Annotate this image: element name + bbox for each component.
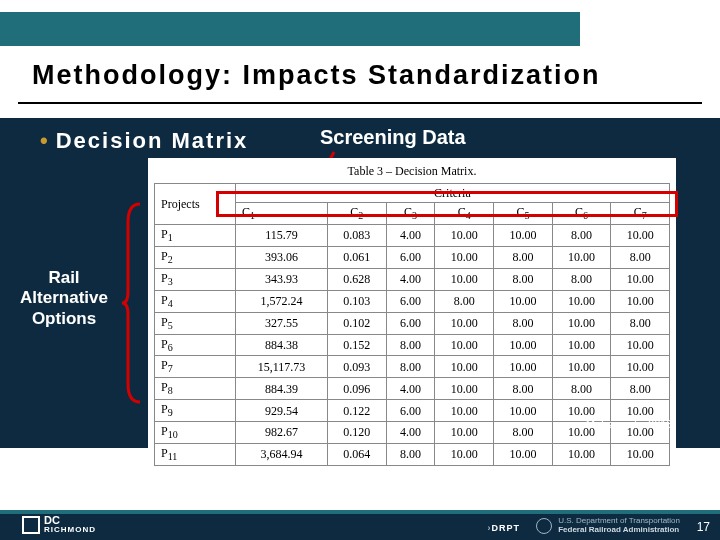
value-cell: 0.096: [328, 378, 387, 400]
col-header: C4: [435, 203, 494, 225]
col-header: C2: [328, 203, 387, 225]
project-cell: P6: [155, 334, 236, 356]
projects-header: Projects: [155, 184, 236, 225]
table-row: P6884.380.1528.0010.0010.0010.0010.00: [155, 334, 670, 356]
col-header: C1: [235, 203, 327, 225]
value-cell: 1,572.24: [235, 290, 327, 312]
value-cell: 10.00: [494, 356, 553, 378]
value-cell: 10.00: [552, 312, 611, 334]
value-cell: 8.00: [494, 268, 553, 290]
table-row: P5327.550.1026.0010.008.0010.008.00: [155, 312, 670, 334]
value-cell: 10.00: [552, 443, 611, 465]
value-cell: 10.00: [435, 246, 494, 268]
value-cell: 884.38: [235, 334, 327, 356]
value-cell: 10.00: [552, 290, 611, 312]
rail-alternative-options-label: Rail Alternative Options: [14, 268, 114, 329]
value-cell: 3,684.94: [235, 443, 327, 465]
value-cell: 10.00: [494, 225, 553, 247]
value-cell: 8.00: [435, 290, 494, 312]
value-cell: 6.00: [386, 246, 435, 268]
value-cell: 0.083: [328, 225, 387, 247]
value-cell: 8.00: [386, 356, 435, 378]
col-header: C7: [611, 203, 670, 225]
body-panel: •Decision Matrix Screening Data Rail Alt…: [0, 118, 720, 448]
value-cell: 8.00: [494, 378, 553, 400]
project-cell: P11: [155, 443, 236, 465]
footer: DC RICHMOND ›DRPT U.S. Department of Tra…: [0, 480, 720, 540]
value-cell: 8.00: [611, 378, 670, 400]
rail-line1: Rail: [14, 268, 114, 288]
value-cell: 8.00: [386, 443, 435, 465]
project-cell: P2: [155, 246, 236, 268]
table-row: P1115.790.0834.0010.0010.008.0010.00: [155, 225, 670, 247]
title-underline: [18, 102, 702, 104]
table-row: P3343.930.6284.0010.008.008.0010.00: [155, 268, 670, 290]
value-cell: 327.55: [235, 312, 327, 334]
project-cell: P1: [155, 225, 236, 247]
value-cell: 10.00: [611, 290, 670, 312]
value-cell: 0.628: [328, 268, 387, 290]
value-cell: 8.00: [494, 422, 553, 444]
value-cell: 8.00: [386, 334, 435, 356]
project-cell: P5: [155, 312, 236, 334]
value-cell: 6.00: [386, 400, 435, 422]
bullet-decision-matrix: •Decision Matrix: [40, 128, 248, 154]
value-cell: 0.061: [328, 246, 387, 268]
value-cell: 10.00: [494, 443, 553, 465]
value-cell: 8.00: [552, 378, 611, 400]
value-cell: 115.79: [235, 225, 327, 247]
value-cell: 10.00: [494, 290, 553, 312]
value-cell: 10.00: [611, 268, 670, 290]
value-cell: 0.103: [328, 290, 387, 312]
value-cell: 6.00: [386, 290, 435, 312]
dot-seal-icon: [536, 518, 552, 534]
value-cell: 10.00: [611, 443, 670, 465]
bullet-text: Decision Matrix: [56, 128, 249, 153]
value-cell: 15,117.73: [235, 356, 327, 378]
value-cell: 10.00: [435, 443, 494, 465]
value-cell: 10.00: [611, 225, 670, 247]
value-cell: 393.06: [235, 246, 327, 268]
header-accent-bar: [0, 12, 580, 46]
value-cell: 8.00: [611, 246, 670, 268]
rail-line2: Alternative: [14, 288, 114, 308]
value-cell: 0.102: [328, 312, 387, 334]
table-caption: Table 3 – Decision Matrix.: [154, 164, 670, 179]
table-row: P715,117.730.0938.0010.0010.0010.0010.00: [155, 356, 670, 378]
value-cell: 10.00: [611, 334, 670, 356]
value-cell: 982.67: [235, 422, 327, 444]
logo-richmond: RICHMOND: [44, 526, 96, 534]
value-cell: 8.00: [552, 268, 611, 290]
value-cell: 10.00: [435, 400, 494, 422]
rail-line3: Options: [14, 309, 114, 329]
value-cell: 343.93: [235, 268, 327, 290]
value-cell: 10.00: [435, 312, 494, 334]
value-cell: 8.00: [494, 246, 553, 268]
value-cell: 8.00: [494, 312, 553, 334]
value-cell: 884.39: [235, 378, 327, 400]
value-cell: 10.00: [435, 378, 494, 400]
value-cell: 8.00: [611, 312, 670, 334]
logo-square-icon: [22, 516, 40, 534]
value-cell: 10.00: [552, 246, 611, 268]
value-cell: 4.00: [386, 225, 435, 247]
drpt-logo: ›DRPT: [488, 523, 521, 533]
value-cell: 10.00: [494, 334, 553, 356]
drpt-text: DRPT: [492, 523, 521, 533]
value-cell: 10.00: [552, 334, 611, 356]
value-cell: 4.00: [386, 378, 435, 400]
value-cell: 10.00: [435, 356, 494, 378]
value-cell: 6.00: [386, 312, 435, 334]
slide: Methodology: Impacts Standardization •De…: [0, 0, 720, 540]
value-cell: 10.00: [435, 422, 494, 444]
project-cell: P7: [155, 356, 236, 378]
value-cell: 4.00: [386, 422, 435, 444]
value-cell: 929.54: [235, 400, 327, 422]
value-cell: 10.00: [435, 268, 494, 290]
value-cell: 10.00: [552, 356, 611, 378]
col-header: C3: [386, 203, 435, 225]
value-cell: 0.152: [328, 334, 387, 356]
value-cell: 0.064: [328, 443, 387, 465]
value-cell: 10.00: [611, 356, 670, 378]
project-cell: P10: [155, 422, 236, 444]
